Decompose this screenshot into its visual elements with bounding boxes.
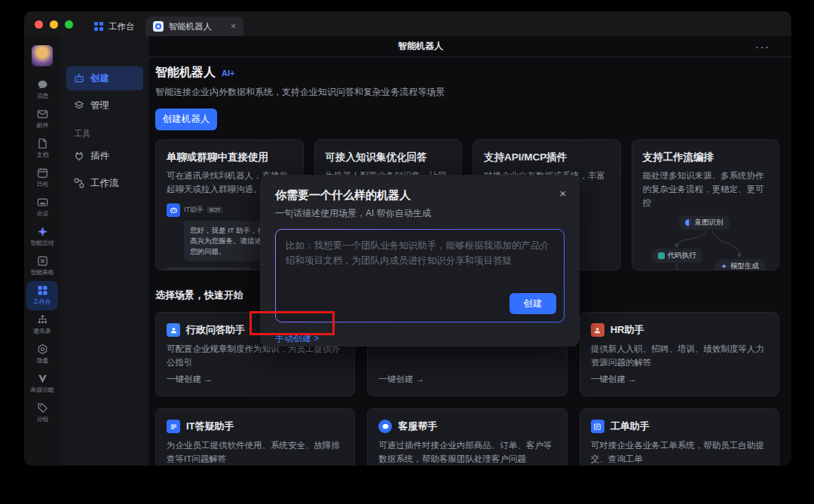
scenario-card-hr[interactable]: HR助手 提供新人入职、招聘、培训、绩效制度等人力资源问题的解答 一键创建 →: [580, 312, 779, 396]
close-window-button[interactable]: [35, 20, 43, 29]
maximize-window-button[interactable]: [65, 20, 73, 29]
rail-item-messages[interactable]: 消息: [26, 75, 58, 105]
workflow-node-model: ✦ 模型生成: [715, 259, 765, 270]
code-exec-icon: [658, 252, 665, 259]
workflow-node-intent: 意图识别: [679, 215, 730, 230]
feature-card-workflow: 支持工作流编排 能处理多知识来源、多系统协作的复杂业务流程，更稳定、更可控: [632, 139, 780, 270]
hr-assistant-icon: [591, 323, 604, 337]
page-header: 智能机器人 ···: [149, 36, 791, 57]
bot-avatar-icon: [167, 203, 180, 217]
tab-close-icon[interactable]: ×: [217, 21, 236, 32]
scenario-card-service[interactable]: 客服帮手 可通过插件对接企业内部商品、订单、客户等数据系统，帮助客服团队处理客户…: [367, 408, 567, 466]
drive-icon: [37, 344, 48, 355]
modal-create-button[interactable]: 创建: [510, 293, 556, 314]
rail-item-docs[interactable]: 文档: [26, 134, 58, 163]
scenario-card-it[interactable]: IT答疑助手 为企业员工提供软件使用、系统安全、故障排查等IT问题解答 一键创建…: [155, 408, 355, 466]
contacts-icon: [37, 314, 48, 325]
avatar[interactable]: [32, 45, 53, 66]
screen: 工作台 智能机器人 × 消息 邮件: [0, 0, 814, 504]
smart-table-icon: [37, 255, 48, 267]
rail-item-groups[interactable]: 分组: [26, 399, 58, 428]
rail-item-smart-table[interactable]: 智能表格: [26, 252, 58, 281]
left-rail: 消息 邮件 文档 日程 会议: [24, 36, 60, 466]
minimize-window-button[interactable]: [50, 20, 58, 29]
page-title: 智能机器人: [398, 40, 443, 53]
tab-workbench[interactable]: 工作台: [84, 17, 145, 36]
workbench-icon: [37, 285, 48, 296]
robot-create-icon: [74, 73, 84, 84]
customer-service-icon: [378, 420, 392, 433]
ai-plus-badge: AI+: [222, 69, 234, 78]
create-robot-button[interactable]: 创建机器人: [155, 108, 217, 130]
bot-name: IT助手: [184, 205, 204, 215]
workflow-node-code: 代码执行: [652, 249, 702, 263]
tab-smart-robot-label: 智能机器人: [169, 21, 213, 32]
tab-smart-robot[interactable]: 智能机器人 ×: [145, 17, 244, 36]
rail-item-meeting[interactable]: 会议: [26, 193, 58, 222]
plugin-icon: [74, 151, 84, 161]
advanced-features-icon: [37, 373, 48, 384]
rail-item-advanced[interactable]: 高级功能: [26, 369, 58, 399]
more-options-icon[interactable]: ···: [755, 41, 770, 53]
robot-app-icon: [153, 21, 164, 32]
it-assistant-icon: [167, 420, 180, 433]
modal-title: 你需要一个什么样的机器人: [275, 188, 565, 203]
admin-assistant-icon: [167, 323, 180, 337]
rail-item-ai-summary[interactable]: 智能总结: [26, 222, 58, 252]
robot-heading: 智能机器人: [155, 65, 216, 81]
quick-create-link[interactable]: 一键创建 →: [591, 374, 768, 385]
robot-subtitle: 智能连接企业内外数据和系统，支持企业知识问答和复杂业务流程等场景: [155, 86, 779, 99]
workflow-icon: [74, 178, 84, 188]
quick-create-link[interactable]: 一键创建 →: [378, 374, 555, 385]
sidebar-item-workflow[interactable]: 工作流: [66, 171, 143, 195]
rail-item-drive[interactable]: 微盘: [26, 340, 58, 369]
intent-icon: [685, 219, 692, 226]
sidebar-item-manage[interactable]: 管理: [66, 93, 143, 118]
sidebar-item-create[interactable]: 创建: [66, 66, 143, 90]
model-gen-icon: ✦: [721, 262, 727, 270]
ticket-assistant-icon: [591, 420, 604, 433]
rail-item-mail[interactable]: 邮件: [26, 105, 58, 134]
mail-icon: [37, 108, 48, 120]
manage-layers-icon: [74, 100, 84, 111]
description-input-wrapper: 创建: [275, 229, 565, 322]
rail-item-contacts[interactable]: 通讯录: [26, 310, 58, 340]
tab-workbench-label: 工作台: [109, 21, 135, 32]
sidebar-item-plugin[interactable]: 插件: [66, 144, 143, 168]
workbench-grid-icon: [94, 22, 103, 31]
workflow-preview: 意图识别 代码执行 ✦ 模型生成: [643, 215, 769, 270]
bot-badge: BOT: [207, 206, 222, 213]
meeting-icon: [37, 197, 48, 208]
robot-description-input[interactable]: [276, 230, 564, 290]
group-tag-icon: [37, 402, 48, 414]
message-icon: [37, 79, 48, 90]
window-controls: [24, 20, 84, 36]
scenario-card-ticket[interactable]: 工单助手 可对接企业各业务工单系统，帮助员工自助提交、查询工单 一键创建 →: [580, 408, 779, 466]
rail-item-calendar[interactable]: 日程: [26, 163, 58, 193]
modal-subtitle: 一句话描述使用场景，AI 帮你自动生成: [275, 207, 565, 220]
docs-icon: [37, 138, 48, 149]
titlebar: 工作台 智能机器人 ×: [24, 11, 791, 36]
sidebar-section-tools: 工具: [66, 121, 143, 144]
ai-summary-sparkle-icon: [37, 226, 48, 237]
skeleton-bar: [167, 267, 251, 270]
rail-item-workbench[interactable]: 工作台: [26, 281, 58, 310]
create-robot-modal: × 你需要一个什么样的机器人 一句话描述使用场景，AI 帮你自动生成 创建 手动…: [260, 175, 580, 347]
close-icon[interactable]: ×: [559, 187, 566, 200]
robot-sidebar: 创建 管理 工具 插件 工作流: [60, 36, 149, 466]
quick-create-link[interactable]: 一键创建 →: [167, 374, 344, 385]
manual-create-link[interactable]: 手动创建 >: [275, 332, 319, 345]
calendar-icon: [37, 167, 48, 179]
